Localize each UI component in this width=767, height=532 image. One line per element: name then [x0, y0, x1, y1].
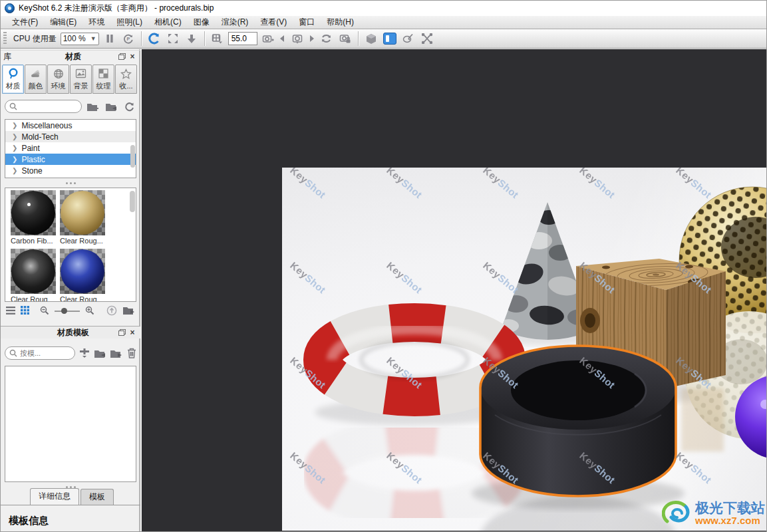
material-preview-sphere: [60, 190, 105, 235]
favorites-star-icon: [120, 68, 132, 80]
add-camera-icon[interactable]: [260, 31, 276, 47]
thumbnail-size-slider[interactable]: [55, 311, 80, 312]
templates-search-box[interactable]: [5, 346, 75, 360]
search-icon: [9, 349, 17, 357]
menu-help[interactable]: 帮助(H): [321, 15, 360, 29]
export-folder-icon[interactable]: [122, 305, 135, 317]
close-panel-icon[interactable]: ×: [127, 328, 138, 337]
menu-environment[interactable]: 环境: [82, 15, 110, 29]
templates-search-row: [1, 344, 140, 362]
thumbnail-view-toolbar: [1, 303, 140, 319]
info-tabs: 详细信息 模板: [1, 491, 140, 505]
thumbnails-scrollbar[interactable]: [130, 191, 135, 212]
site-logo-icon: [662, 499, 692, 528]
tab-textures[interactable]: 纹理: [92, 65, 114, 94]
cpu-usage-select[interactable]: 100 %▼: [61, 33, 99, 45]
menu-edit[interactable]: 编辑(E): [44, 15, 82, 29]
keyshot-logo-icon: [5, 3, 15, 13]
site-url: www.xz7.com: [695, 515, 765, 526]
reset-view-icon[interactable]: [319, 31, 335, 47]
export-template-icon[interactable]: [110, 346, 122, 360]
chevron-right-icon: ❯: [12, 122, 17, 129]
material-thumb-clear-rough-blue[interactable]: Clear Roug: [60, 249, 105, 302]
material-thumb-clear-rough-black[interactable]: Clear Roug: [11, 249, 56, 302]
menu-image[interactable]: 图像: [188, 15, 216, 29]
float-panel-icon[interactable]: [116, 328, 127, 337]
geometry-view-icon[interactable]: [363, 31, 379, 47]
cpu-usage-label: CPU 使用量: [13, 33, 57, 45]
library-search-input[interactable]: [20, 102, 73, 110]
tab-backplates[interactable]: 背景: [70, 65, 92, 94]
screenshot-icon[interactable]: [184, 31, 200, 47]
tab-template[interactable]: 模板: [80, 489, 114, 505]
zoom-out-icon[interactable]: [40, 306, 49, 317]
prev-camera-icon[interactable]: [279, 31, 287, 47]
tree-item-miscellaneous[interactable]: ❯Miscellaneous: [5, 120, 136, 131]
menu-render[interactable]: 渲染(R): [216, 15, 255, 29]
window-title: KeyShot 6.2 未注册演示版（非商用） - procedurals.bi…: [19, 3, 214, 14]
tab-favorites[interactable]: 收...: [115, 65, 137, 94]
tree-item-stone[interactable]: ❯Stone: [5, 165, 136, 176]
render-view[interactable]: KeyShotKeyShotKeyShotKeyShotKeyShotKeySh…: [282, 168, 767, 531]
grid-view-icon[interactable]: [21, 306, 29, 317]
pause-icon[interactable]: [102, 31, 118, 47]
separator: [141, 31, 142, 46]
menu-camera[interactable]: 相机(C): [148, 15, 188, 29]
camera-list-icon[interactable]: [289, 31, 305, 47]
perspective-grid-icon[interactable]: [210, 31, 226, 47]
tree-item-paint[interactable]: ❯Paint: [5, 142, 136, 154]
focal-length-input[interactable]: [228, 32, 257, 45]
toolbar-drag-handle[interactable]: [3, 32, 7, 45]
search-icon: [9, 102, 17, 110]
chevron-right-icon: ❯: [12, 156, 17, 163]
next-camera-icon[interactable]: [308, 31, 316, 47]
tree-scrollbar[interactable]: [130, 145, 135, 168]
chevron-down-icon: ▼: [90, 35, 96, 42]
menu-window[interactable]: 窗口: [293, 15, 321, 29]
fullscreen-icon[interactable]: [165, 31, 181, 47]
site-name: 极光下载站: [695, 501, 765, 515]
material-preview-sphere: [11, 190, 56, 235]
menu-lighting[interactable]: 照明(L): [110, 15, 148, 29]
splitter-handle[interactable]: [1, 180, 140, 187]
template-info-heading: 模板信息: [1, 515, 140, 527]
add-folder-icon[interactable]: [86, 100, 100, 113]
material-tree: ❯Miscellaneous ❯Mold-Tech ❯Paint ❯Plasti…: [5, 119, 136, 178]
menu-file[interactable]: 文件(F): [6, 15, 44, 29]
upload-material-icon[interactable]: [106, 305, 117, 318]
library-search-box[interactable]: [5, 100, 82, 113]
keyshot-window: KeyShot 6.2 未注册演示版（非商用） - procedurals.bi…: [0, 0, 767, 532]
render-queue-icon[interactable]: P: [120, 31, 136, 47]
material-thumbnails: Carbon Fib... Clear Roug... Clear Roug C…: [5, 188, 136, 302]
tab-materials[interactable]: 材质: [2, 65, 24, 94]
templates-search-input[interactable]: [20, 349, 67, 357]
tab-details[interactable]: 详细信息: [30, 488, 79, 505]
tab-colors[interactable]: 颜色: [25, 65, 47, 94]
lock-camera-icon[interactable]: [337, 31, 353, 47]
delete-template-icon[interactable]: [126, 346, 136, 360]
reset-camera-icon[interactable]: [146, 31, 162, 47]
backplate-image-icon: [75, 68, 86, 80]
import-folder-icon[interactable]: [104, 100, 118, 113]
library-panel: 库 材质 × 材质 颜色 环境 背景: [1, 49, 140, 531]
realtime-viewport[interactable]: KeyShotKeyShotKeyShotKeyShotKeyShotKeySh…: [142, 49, 766, 531]
refresh-icon[interactable]: [122, 100, 136, 113]
tree-item-mold-tech[interactable]: ❯Mold-Tech: [5, 131, 136, 142]
material-thumb-carbon-fiber[interactable]: Carbon Fib...: [11, 190, 56, 247]
tree-item-plastic[interactable]: ❯Plastic: [5, 154, 136, 165]
color-fan-icon: [30, 68, 41, 80]
add-template-icon[interactable]: [79, 346, 89, 360]
geometry-editor-icon[interactable]: [419, 31, 435, 47]
close-panel-icon[interactable]: ×: [127, 52, 138, 61]
zoom-in-icon[interactable]: [85, 306, 94, 317]
tab-environments[interactable]: 环境: [47, 65, 69, 94]
material-preview-sphere: [11, 249, 56, 294]
list-view-icon[interactable]: [6, 307, 15, 317]
material-brush-icon[interactable]: [400, 31, 416, 47]
import-template-icon[interactable]: [93, 346, 106, 360]
library-panel-icon[interactable]: [382, 31, 398, 47]
float-panel-icon[interactable]: [116, 52, 127, 61]
menu-view[interactable]: 查看(V): [254, 15, 293, 29]
templates-list[interactable]: [5, 366, 136, 482]
material-thumb-clear-rough-gold[interactable]: Clear Roug...: [60, 190, 105, 247]
